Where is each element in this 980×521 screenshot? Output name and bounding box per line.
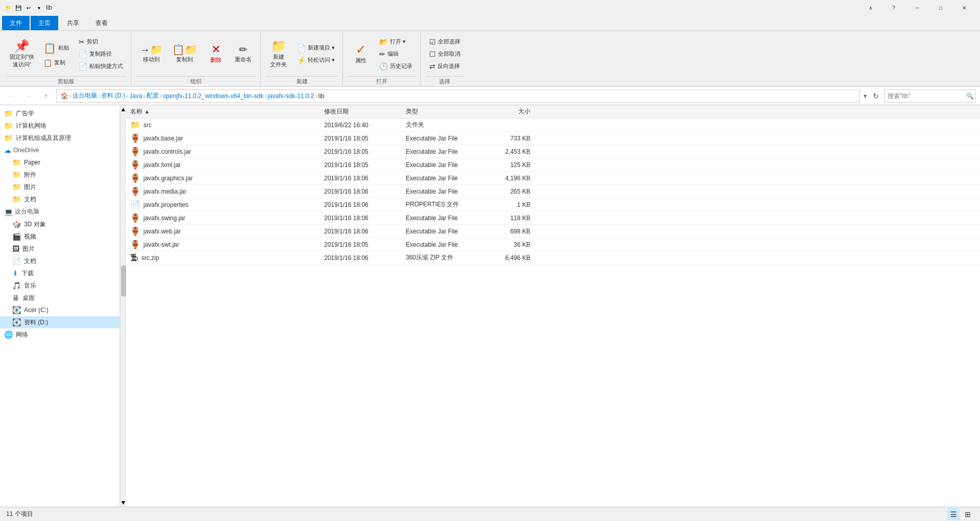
up-button[interactable]: ↑ [39, 89, 53, 103]
copy-button[interactable]: 📋 复制 [40, 57, 73, 68]
scrollbar-thumb[interactable] [121, 266, 126, 296]
column-type[interactable]: 类型 [402, 107, 483, 116]
sidebar-item-datad[interactable]: 💽 资料 (D:) [0, 316, 119, 328]
sidebar-item-composition[interactable]: 📁 计算机组成及其原理 [0, 132, 119, 144]
file-date-javafx-controls: 2019/1/16 18:05 [320, 147, 402, 156]
invertselection-button[interactable]: ⇄ 反向选择 [426, 61, 464, 72]
sidebar-item-pictures-label: 图片 [24, 183, 115, 192]
tab-view[interactable]: 查看 [88, 16, 115, 30]
file-row-javafx-graphics[interactable]: 🏺 javafx.graphics.jar 2019/1/16 18:06 Ex… [126, 172, 980, 185]
path-lib[interactable]: lib [318, 92, 325, 100]
tab-share[interactable]: 共享 [59, 16, 87, 30]
path-homeicon[interactable]: 🏠 [61, 92, 68, 100]
delete-button[interactable]: ✕ 删除 [203, 36, 229, 72]
file-row-javafx-controls[interactable]: 🏺 javafx.controls.jar 2019/1/16 18:05 Ex… [126, 145, 980, 158]
properties-button[interactable]: ✓ 属性 [348, 36, 374, 72]
back-button[interactable]: ← [4, 89, 18, 103]
easyaccess-button[interactable]: ⚡ 轻松访问 ▾ [293, 55, 338, 66]
maximize-button[interactable]: □ [929, 0, 952, 15]
selectnone-button[interactable]: ☐ 全部取消 [426, 49, 464, 60]
paste-shortcut-button[interactable]: 📄 粘贴快捷方式 [75, 61, 127, 72]
address-dropdown-button[interactable]: ▾ [863, 91, 868, 101]
onedrive-label: OneDrive [13, 147, 39, 154]
file-row-javafx-swing[interactable]: 🏺 javafx.swing.jar 2019/1/16 18:06 Execu… [126, 211, 980, 225]
sidebar-item-acerc[interactable]: 💽 Acer (C:) [0, 304, 119, 316]
search-box[interactable]: 🔍 [884, 89, 976, 103]
cloud-icon: ☁ [4, 146, 11, 154]
cut-button[interactable]: ✂ 剪切 [75, 36, 127, 48]
copyto-button[interactable]: 📋📁 复制到 [168, 36, 201, 72]
selectall-button[interactable]: ☑ 全部选择 [426, 36, 464, 48]
close-button[interactable]: ✕ [952, 0, 976, 15]
file-type-src: 文件夹 [402, 120, 483, 130]
details-view-button[interactable]: ☰ [947, 508, 960, 520]
sidebar-item-ads[interactable]: 📁 广告学 [0, 107, 119, 120]
forward-button[interactable]: → [21, 89, 36, 103]
path-openjfx[interactable]: openjfx-11.0.2_windows-x64_bin-sdk [163, 92, 263, 100]
newfolder-button[interactable]: 📁 新建文件夹 [266, 36, 291, 72]
search-input[interactable] [888, 92, 964, 100]
file-row-src[interactable]: 📁 src 2019/6/22 16:40 文件夹 [126, 119, 980, 132]
path-sep-0: › [69, 92, 71, 100]
path-java[interactable]: Java [129, 92, 142, 100]
scrollbar-up-button[interactable]: ▲ [120, 105, 126, 113]
copy-path-button[interactable]: 📄 复制路径 [75, 49, 127, 60]
column-name[interactable]: 名称 ▲ [126, 107, 320, 116]
file-row-javafx-web[interactable]: 🏺 javafx.web.jar 2019/1/16 18:06 Executa… [126, 225, 980, 238]
file-row-src-zip[interactable]: 🗜 src.zip 2019/1/16 18:06 360压缩 ZIP 文件 6… [126, 251, 980, 265]
sidebar-item-images[interactable]: 🖼 图片 [0, 243, 119, 255]
scrollbar-down-button[interactable]: ▼ [120, 499, 126, 507]
file-row-javafx-fxml[interactable]: 🏺 javafx.fxml.jar 2019/1/16 18:05 Execut… [126, 158, 980, 172]
thispc-header[interactable]: 💻 这台电脑 [0, 205, 119, 218]
edit-button[interactable]: ✏ 编辑 [376, 49, 416, 60]
address-path[interactable]: 🏠 › 这台电脑 › 资料 (D:) › Java › 配置 › openjfx… [56, 89, 860, 103]
newitem-button[interactable]: 📄 新建项目 ▾ [293, 42, 338, 54]
file-row-javafx-media[interactable]: 🏺 javafx.media.jar 2019/1/16 18:06 Execu… [126, 185, 980, 198]
refresh-button[interactable]: ↻ [871, 90, 881, 102]
sidebar-item-pictures[interactable]: 📁 图片 [0, 181, 119, 193]
main-area: 📁 广告学 📁 计算机网络 📁 计算机组成及其原理 ☁ OneDrive 📁 P… [0, 105, 980, 507]
sidebar-item-documents[interactable]: 📄 文档 [0, 255, 119, 267]
selectall-icon: ☑ [429, 38, 436, 46]
large-icon-view-button[interactable]: ⊞ [962, 508, 974, 520]
pin-button[interactable]: 📌 固定到"快速访问" [6, 36, 38, 72]
column-size[interactable]: 大小 [483, 107, 534, 116]
rename-button[interactable]: ✏ 重命名 [231, 36, 256, 72]
file-row-javafx-swt[interactable]: 🏺 javafx-swt.jar 2019/1/16 18:05 Executa… [126, 238, 980, 251]
sidebar-scrollbar[interactable]: ▲ ▼ [120, 105, 126, 507]
collapse-ribbon-button[interactable]: ∧ [859, 0, 882, 15]
path-thispc[interactable]: 这台电脑 [72, 91, 97, 100]
sidebar-item-music[interactable]: 🎵 音乐 [0, 279, 119, 292]
sidebar-item-docs[interactable]: 📁 文档 [0, 193, 119, 205]
column-date[interactable]: 修改日期 [320, 107, 402, 116]
folder-icon: 📁 [4, 4, 12, 12]
open-button[interactable]: 📂 打开 ▾ [376, 36, 416, 48]
file-size-javafx-fxml: 125 KB [483, 160, 534, 170]
file-name-javafx-fxml: 🏺 javafx.fxml.jar [126, 159, 320, 171]
sidebar-item-desktop[interactable]: 🖥 桌面 [0, 292, 119, 304]
sidebar-item-paper[interactable]: 📁 Paper [0, 156, 119, 169]
path-javafxsdk[interactable]: javafx-sdk-11.0.2 [267, 92, 314, 100]
sidebar-item-network[interactable]: 📁 计算机网络 [0, 120, 119, 132]
dropdown-arrow-icon[interactable]: ▾ [35, 4, 43, 12]
file-size-javafx-properties: 1 KB [483, 200, 534, 209]
path-config[interactable]: 配置 [146, 91, 159, 100]
sidebar-item-attachment[interactable]: 📁 附件 [0, 169, 119, 181]
sidebar-item-3dobj[interactable]: 🎲 3D 对象 [0, 218, 119, 230]
sidebar-item-downloads[interactable]: ⬇ 下载 [0, 267, 119, 279]
path-datad[interactable]: 资料 (D:) [101, 91, 125, 100]
open-label: 打开 [348, 76, 416, 86]
sidebar-item-network2[interactable]: 🌐 网络 [0, 328, 119, 341]
file-row-javafx-properties[interactable]: 📄 javafx.properties 2019/1/16 18:06 PROP… [126, 198, 980, 211]
paste-button[interactable]: 📋 粘贴 [40, 40, 73, 56]
sidebar-item-video[interactable]: 🎬 视频 [0, 230, 119, 243]
file-row-javafx-base[interactable]: 🏺 javafx.base.jar 2019/1/16 18:05 Execut… [126, 132, 980, 145]
tab-file[interactable]: 文件 [2, 16, 30, 30]
minimize-button[interactable]: ─ [905, 0, 929, 15]
onedrive-header[interactable]: ☁ OneDrive [0, 144, 119, 156]
moveto-button[interactable]: →📁 移动到 [136, 36, 166, 72]
tab-home[interactable]: 主页 [31, 16, 58, 30]
history-button[interactable]: 🕐 历史记录 [376, 61, 416, 72]
file-size-src-zip: 6,496 KB [483, 253, 534, 263]
help-button[interactable]: ? [882, 0, 905, 15]
